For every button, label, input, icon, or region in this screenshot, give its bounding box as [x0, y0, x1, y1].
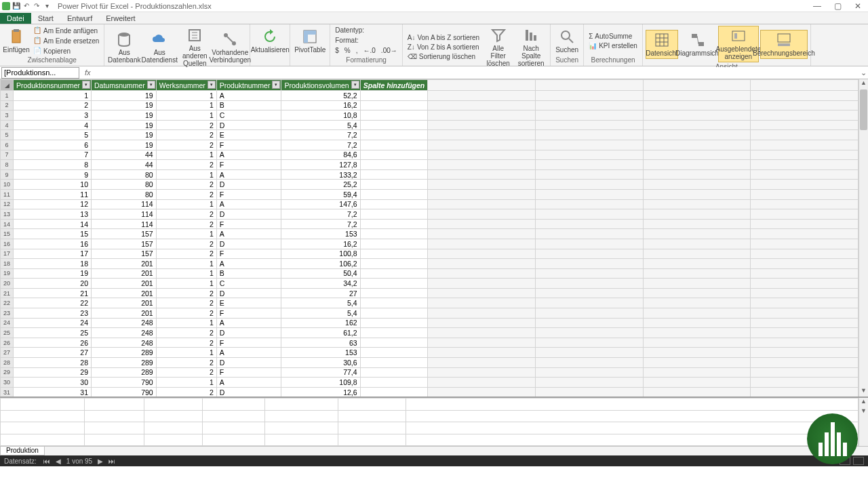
add-column[interactable]: Spalte hinzufügen	[360, 80, 428, 91]
row-header[interactable]: 5	[1, 130, 14, 140]
row-header[interactable]: 8	[1, 160, 14, 170]
data-grid[interactable]: ◢ Produktionsnummer▾ Datumsnummer▾ Werks…	[0, 79, 859, 396]
copy-button[interactable]: 📄Kopieren	[31, 46, 101, 56]
row-header[interactable]: 17	[1, 249, 14, 259]
table-row[interactable]: 6 6 19 2 F 7,2	[1, 140, 859, 150]
sheet-tab[interactable]: Produktion	[0, 447, 45, 455]
filter-icon[interactable]: ▾	[208, 81, 216, 89]
row-header[interactable]: 1	[1, 91, 14, 101]
sort-by-col-button[interactable]: Nach Spalte sortieren	[515, 26, 547, 68]
table-row[interactable]: 4 4 19 2 D 5,4	[1, 120, 859, 130]
table-row[interactable]: 10 10 80 2 D 25,2	[1, 180, 859, 190]
qat-dropdown-icon[interactable]: ▾	[43, 2, 51, 10]
table-row[interactable]: 27 27 289 1 A 153	[1, 348, 859, 358]
formula-expand-button[interactable]: ⌄	[859, 68, 868, 77]
from-db-button[interactable]: Aus Datenbank	[107, 30, 141, 65]
calculation-area[interactable]: ▲▼	[0, 396, 868, 446]
clear-sort-button[interactable]: ⌫Sortierung löschen	[406, 52, 481, 61]
row-header[interactable]: 11	[1, 189, 14, 199]
filter-icon[interactable]: ▾	[351, 81, 359, 89]
table-row[interactable]: 25 25 248 2 D 61,2	[1, 328, 859, 338]
table-row[interactable]: 14 14 114 2 F 7,2	[1, 219, 859, 229]
row-header[interactable]: 10	[1, 180, 14, 190]
row-header[interactable]: 29	[1, 367, 14, 378]
row-header[interactable]: 3	[1, 110, 14, 121]
format-dropdown[interactable]: Format:	[333, 36, 360, 45]
table-row[interactable]: 19 19 201 1 B 50,4	[1, 268, 859, 279]
maximize-button[interactable]: ▢	[827, 0, 848, 12]
inc-decimal-button[interactable]: ←.0	[361, 46, 378, 55]
row-header[interactable]: 15	[1, 229, 14, 239]
row-header[interactable]: 21	[1, 288, 14, 298]
table-row[interactable]: 21 21 201 2 D 27	[1, 288, 859, 298]
nav-first-icon[interactable]: ⏮	[43, 458, 50, 465]
showhidden-button[interactable]: Ausgeblendete anzeigen	[718, 26, 759, 62]
scroll-down-icon[interactable]: ▼	[859, 387, 868, 396]
existing-conn-button[interactable]: Vorhandene Verbindungen	[213, 30, 247, 65]
qat-save-icon[interactable]: 💾	[12, 2, 20, 10]
row-header[interactable]: 19	[1, 268, 14, 279]
row-header[interactable]: 30	[1, 378, 14, 388]
append-button[interactable]: 📋Am Ende anfügen	[31, 26, 101, 35]
table-row[interactable]: 11 11 80 2 F 59,4	[1, 189, 859, 199]
qat-undo-icon[interactable]: ↶	[22, 2, 31, 10]
name-box[interactable]	[1, 67, 79, 79]
search-button[interactable]: Suchen	[553, 27, 580, 55]
percent-button[interactable]: %	[342, 46, 353, 55]
row-header[interactable]: 28	[1, 358, 14, 368]
row-header[interactable]: 18	[1, 259, 14, 269]
minimize-button[interactable]: —	[807, 0, 827, 12]
row-header[interactable]: 31	[1, 387, 14, 396]
table-row[interactable]: 9 9 80 1 A 133,2	[1, 169, 859, 180]
sort-az-button[interactable]: A↓Von A bis Z sortieren	[406, 33, 481, 42]
tab-start[interactable]: Start	[31, 13, 60, 24]
refresh-button[interactable]: Aktualisieren	[253, 27, 287, 55]
formula-input[interactable]	[95, 67, 859, 79]
table-row[interactable]: 3 3 19 1 C 10,8	[1, 110, 859, 121]
replace-button[interactable]: 📋Am Ende ersetzen	[31, 36, 101, 45]
row-header[interactable]: 9	[1, 169, 14, 180]
datatype-dropdown[interactable]: Datentyp:	[333, 26, 366, 35]
kpi-button[interactable]: 📊KPI erstellen	[587, 41, 639, 50]
row-header[interactable]: 14	[1, 219, 14, 229]
select-all-corner[interactable]: ◢	[1, 80, 14, 91]
table-row[interactable]: 20 20 201 1 C 34,2	[1, 279, 859, 289]
sort-za-button[interactable]: Z↓Von Z bis A sortieren	[406, 43, 481, 52]
table-row[interactable]: 18 18 201 1 A 106,2	[1, 259, 859, 269]
filter-icon[interactable]: ▾	[147, 81, 155, 89]
view-diagram-icon[interactable]	[853, 457, 864, 465]
filter-icon[interactable]: ▾	[82, 81, 90, 89]
scroll-up-icon[interactable]: ▲	[859, 79, 868, 89]
table-row[interactable]: 15 15 157 1 A 153	[1, 229, 859, 239]
table-row[interactable]: 22 22 201 2 E 5,4	[1, 298, 859, 308]
row-header[interactable]: 25	[1, 328, 14, 338]
dataview-button[interactable]: Datensicht	[646, 30, 678, 59]
calc-scrollbar[interactable]: ▲▼	[859, 398, 868, 446]
table-row[interactable]: 28 28 289 2 D 30,6	[1, 358, 859, 368]
from-other-button[interactable]: Aus anderen Quellen	[178, 26, 212, 68]
table-row[interactable]: 30 30 790 1 A 109,8	[1, 378, 859, 388]
vertical-scrollbar[interactable]: ▲ ▼	[859, 79, 868, 396]
fx-icon[interactable]: fx	[81, 68, 95, 77]
tab-entwurf[interactable]: Entwurf	[60, 13, 99, 24]
col-header-1[interactable]: Datumsnummer▾	[91, 80, 156, 91]
table-row[interactable]: 7 7 44 1 A 84,6	[1, 150, 859, 160]
row-header[interactable]: 20	[1, 279, 14, 289]
filter-icon[interactable]: ▾	[272, 81, 280, 89]
nav-prev-icon[interactable]: ◀	[56, 458, 61, 465]
table-row[interactable]: 8 8 44 2 F 127,8	[1, 160, 859, 170]
table-row[interactable]: 5 5 19 2 E 7,2	[1, 130, 859, 140]
table-row[interactable]: 1 1 19 1 A 52,2	[1, 91, 859, 101]
pivottable-button[interactable]: PivotTable	[293, 27, 327, 55]
row-header[interactable]: 6	[1, 140, 14, 150]
col-header-2[interactable]: Werksnummer▾	[156, 80, 216, 91]
row-header[interactable]: 22	[1, 298, 14, 308]
table-row[interactable]: 12 12 114 1 A 147,6	[1, 199, 859, 209]
table-row[interactable]: 24 24 248 1 A 162	[1, 318, 859, 328]
table-row[interactable]: 17 17 157 2 F 100,8	[1, 249, 859, 259]
col-header-3[interactable]: Produktnummer▾	[216, 80, 281, 91]
currency-button[interactable]: $	[333, 46, 341, 55]
table-row[interactable]: 23 23 201 2 F 5,4	[1, 308, 859, 319]
row-header[interactable]: 16	[1, 239, 14, 249]
table-row[interactable]: 2 2 19 1 B 16,2	[1, 100, 859, 110]
